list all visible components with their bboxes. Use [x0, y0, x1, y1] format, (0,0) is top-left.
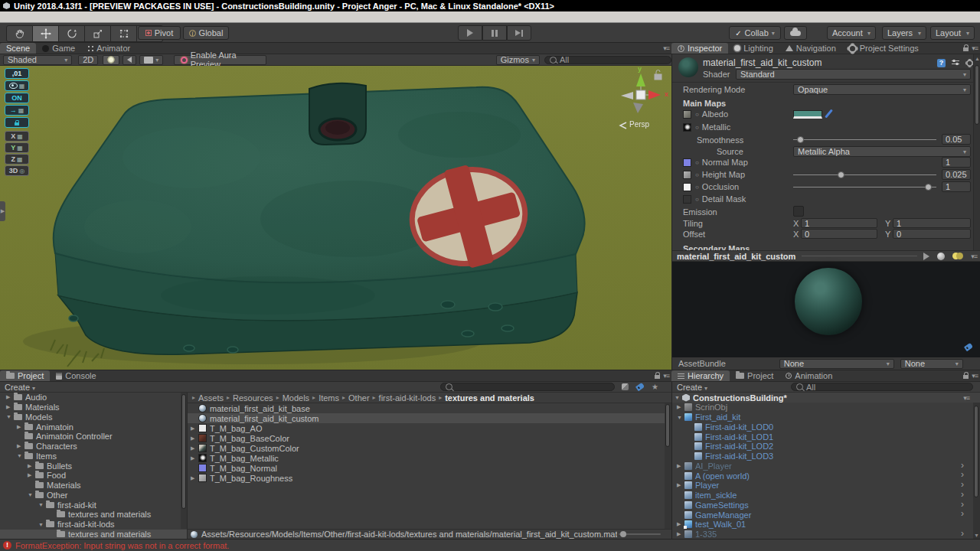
- folder-tree-scrollbar[interactable]: [181, 393, 187, 529]
- expand-arrow[interactable]: [191, 425, 198, 432]
- collab-button[interactable]: ✓ Collab ▾: [729, 26, 781, 40]
- breadcrumb-item[interactable]: ▸ Other: [342, 393, 370, 403]
- expand-arrow[interactable]: [28, 492, 35, 497]
- expand-arrow[interactable]: [677, 482, 684, 488]
- normal-map-texture-thumb[interactable]: [683, 158, 691, 167]
- texture-target-icon[interactable]: ○: [695, 196, 699, 203]
- progrids-snap-value-button[interactable]: ,01: [5, 68, 29, 79]
- folder-tree-row[interactable]: Animatoin: [0, 422, 187, 432]
- offset-y-field[interactable]: 0: [893, 229, 971, 239]
- material-preview-header[interactable]: material_first_aid_kit_custom ▾≡: [671, 250, 980, 262]
- expand-arrow[interactable]: [17, 443, 24, 449]
- hierarchy-search-input[interactable]: All: [791, 383, 973, 391]
- progrids-visibility-button[interactable]: ▦: [5, 80, 29, 91]
- hierarchy-create-button[interactable]: Create ▾: [677, 383, 707, 392]
- inspector-panel-tab[interactable]: Lighting: [728, 43, 779, 54]
- aura-preview-button[interactable]: Enable Aura Preview: [174, 55, 266, 65]
- hierarchy-item[interactable]: A (open world) ›: [672, 471, 973, 481]
- detail-mask-texture-thumb[interactable]: [683, 195, 691, 204]
- texture-target-icon[interactable]: ○: [695, 171, 699, 178]
- normal-map-value-field[interactable]: 1: [942, 157, 971, 168]
- texture-target-icon[interactable]: ○: [695, 159, 699, 166]
- move-tool-button[interactable]: [33, 25, 59, 42]
- height-map-value-field[interactable]: 0.025: [942, 169, 971, 180]
- progrids-y-axis-button[interactable]: Y▦: [5, 142, 29, 153]
- folder-tree-row[interactable]: textures and materials: [0, 510, 187, 520]
- expand-arrow[interactable]: [677, 463, 684, 469]
- breadcrumb-item[interactable]: ▸ Assets: [192, 393, 224, 403]
- layout-dropdown[interactable]: Layout ▾: [930, 26, 975, 40]
- breadcrumb-item[interactable]: ▸ Resources: [227, 393, 273, 403]
- panel-lock-and-menu[interactable]: ▾≡: [655, 372, 669, 380]
- asset-row[interactable]: T_M_bag_AO: [188, 423, 671, 433]
- hierarchy-item[interactable]: GameSettings ›: [672, 500, 973, 510]
- preview-sphere-icon[interactable]: [937, 253, 945, 260]
- effects-dropdown-button[interactable]: ▾: [139, 55, 163, 65]
- global-toggle-button[interactable]: Global: [183, 26, 229, 40]
- hierarchy-item[interactable]: test_Walk_01 ›: [672, 520, 973, 530]
- panel-lock-and-menu[interactable]: ▾≡: [963, 372, 978, 380]
- prefab-chevron-icon[interactable]: ›: [961, 500, 964, 508]
- hierarchy-panel-tab[interactable]: Animation: [779, 370, 838, 381]
- hierarchy-item[interactable]: First-aid-kit_LOD3 ›: [672, 452, 973, 461]
- breadcrumb-item[interactable]: ▸ Models: [276, 393, 309, 403]
- tiling-x-field[interactable]: 1: [801, 218, 877, 228]
- prefab-chevron-icon[interactable]: ›: [961, 481, 964, 488]
- favorites-icon[interactable]: ★: [652, 383, 658, 391]
- folder-tree-row[interactable]: Animatoin Controller: [0, 432, 187, 442]
- progrids-3d-button[interactable]: 3D◎: [5, 165, 29, 176]
- asset-row[interactable]: T_M_bag_Roughness: [188, 473, 671, 483]
- assetbundle-dropdown[interactable]: None▾: [779, 359, 894, 369]
- preview-menu-icon[interactable]: ▾≡: [971, 253, 977, 260]
- texture-target-icon[interactable]: ○: [695, 124, 699, 131]
- play-button[interactable]: [458, 25, 482, 41]
- scale-tool-button[interactable]: [85, 25, 111, 42]
- panel-menu[interactable]: ▾≡: [663, 44, 669, 52]
- rendering-mode-dropdown[interactable]: Opaque ▾: [793, 84, 971, 95]
- folder-tree-row[interactable]: Materials: [0, 481, 187, 491]
- occlusion-value-field[interactable]: 1: [942, 181, 971, 192]
- texture-target-icon[interactable]: ○: [695, 184, 699, 191]
- asset-row[interactable]: T_M_bag_Metallic: [188, 453, 671, 463]
- asset-row[interactable]: T_M_bag_CustomColor: [188, 443, 671, 453]
- breadcrumb-item[interactable]: ▸ Items: [312, 393, 339, 403]
- folder-tree-row[interactable]: Bullets: [0, 461, 187, 471]
- albedo-texture-thumb[interactable]: [683, 110, 691, 119]
- hierarchy-item[interactable]: First-aid-kit_LOD0 ›: [672, 422, 973, 432]
- scene-panel-tab[interactable]: Animator: [81, 43, 136, 54]
- asset-list-scrollbar[interactable]: [665, 403, 671, 529]
- expand-arrow[interactable]: [6, 394, 14, 400]
- folder-tree-row[interactable]: Items: [0, 452, 187, 461]
- emission-checkbox[interactable]: [793, 206, 804, 217]
- thumbnail-size-slider[interactable]: [619, 533, 661, 535]
- persp-label[interactable]: Persp: [629, 120, 649, 129]
- height-map-slider[interactable]: [793, 169, 936, 180]
- hierarchy-item[interactable]: GameManager ›: [672, 510, 973, 520]
- scene-viewport[interactable]: y x Persp ,01 ▦ ON →▦ X▦ Y▦ Z▦ 3D◎: [0, 66, 671, 370]
- hierarchy-item[interactable]: First-aid-kit_LOD2 ›: [672, 442, 973, 452]
- hierarchy-item[interactable]: Player ›: [672, 481, 973, 491]
- shader-dropdown[interactable]: Standard ▾: [736, 69, 971, 80]
- assetbundle-variant-dropdown[interactable]: None▾: [900, 359, 963, 369]
- scene-search-input[interactable]: All: [544, 56, 671, 64]
- folder-tree-row[interactable]: Characters: [0, 442, 187, 452]
- project-panel-tab[interactable]: Console: [50, 370, 102, 381]
- lighting-toggle-button[interactable]: [103, 55, 119, 65]
- expand-arrow[interactable]: [191, 445, 198, 452]
- expand-arrow[interactable]: [677, 415, 684, 420]
- expand-arrow[interactable]: [191, 455, 198, 461]
- progrids-snap-on-button[interactable]: ON: [5, 93, 29, 103]
- gear-icon[interactable]: [966, 60, 973, 67]
- folder-tree-row[interactable]: first-aid-kit-lods: [0, 520, 187, 530]
- tag-icon[interactable]: [964, 343, 973, 351]
- presets-icon[interactable]: [952, 60, 959, 67]
- pause-button[interactable]: [482, 25, 507, 41]
- metallic-texture-thumb[interactable]: [683, 123, 691, 132]
- scene-panel-tab[interactable]: Scene: [0, 43, 36, 54]
- gizmos-dropdown[interactable]: Gizmos ▾: [496, 55, 540, 65]
- hierarchy-item[interactable]: item_sickle ›: [672, 491, 973, 500]
- progrids-push-to-grid-button[interactable]: →▦: [5, 105, 29, 116]
- scene-menu-icon[interactable]: ▾≡: [963, 394, 969, 402]
- folder-tree-row[interactable]: Audio: [0, 393, 187, 403]
- inspector-scrollbar[interactable]: ▲: [973, 54, 980, 250]
